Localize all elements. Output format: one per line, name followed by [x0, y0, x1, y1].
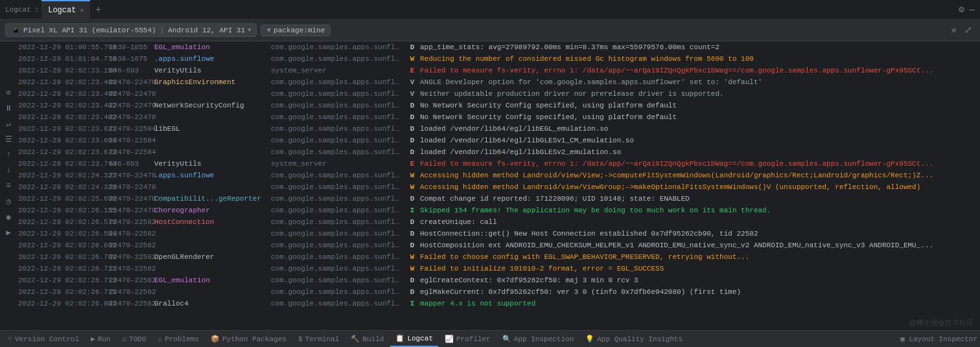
log-tag: .apps.sunflowe — [154, 172, 271, 179]
scroll-down-icon[interactable]: ↓ — [1, 163, 16, 177]
log-row[interactable]: 2022-12-29 02:02:26.715 22470-22582 com.… — [18, 286, 980, 298]
tab-bar: Logcat : Logcat ✕ + ⚙ — — [0, 0, 980, 19]
new-tab-button[interactable]: + — [90, 5, 106, 15]
log-level: D — [407, 276, 420, 284]
close-filter-icon[interactable]: ✕ — [949, 23, 959, 37]
tab-label: Terminal — [305, 335, 340, 343]
video-icon[interactable]: ▶ — [1, 225, 16, 240]
bottom-tab-version-control[interactable]: ⑂Version Control — [3, 331, 84, 347]
tab-icon: $ — [298, 335, 303, 343]
log-row[interactable]: 2022-12-29 02:02:26.699 22470-22582 com.… — [18, 240, 980, 251]
clear-logcat-icon[interactable]: ⊘ — [1, 85, 16, 100]
log-row[interactable]: 2022-12-29 01:00:55.790 1639-1855 EGL_em… — [18, 41, 980, 53]
log-message: HostComposition ext ANDROID_EMU_CHECKSUM… — [420, 241, 980, 249]
scroll-up-icon[interactable]: ↑ — [1, 148, 16, 162]
log-message: loaded /vendor/lib64/egl/libGLESv2_emula… — [420, 148, 980, 156]
logcat-tab[interactable]: Logcat ✕ — [41, 0, 90, 19]
bottom-bar-right: ▣ Layout Inspector — [900, 335, 977, 343]
log-level: D — [407, 125, 420, 133]
tab-icon: ☑ — [122, 335, 126, 343]
log-row[interactable]: 2022-12-29 02:02:24.328 22470-22470 com.… — [18, 181, 980, 193]
layout-inspector-link[interactable]: ▣ Layout Inspector — [900, 335, 977, 343]
expand-icon[interactable]: ⤢ — [962, 23, 975, 37]
log-datetime: 2022-12-29 02:02:23.402 — [18, 113, 109, 121]
log-row[interactable]: 2022-12-29 01:01:04.770 1639-1675 .apps.… — [18, 53, 980, 65]
log-package: com.google.samples.apps.sunflower — [271, 78, 407, 86]
log-row[interactable]: 2022-12-29 02:02:23.673 22470-22584 com.… — [18, 146, 980, 158]
log-package: com.google.samples.apps.sunflower — [271, 195, 407, 203]
tab-label: Run — [98, 335, 111, 343]
tab-label: Profiler — [456, 335, 491, 343]
log-row[interactable]: 2022-12-29 02:02:23.400 22470-22470 com.… — [18, 88, 980, 100]
log-level: D — [407, 102, 420, 109]
log-row[interactable]: 2022-12-29 02:02:26.155 22470-22470 Chor… — [18, 205, 980, 216]
log-row[interactable]: 2022-12-29 02:02:25.690 22470-22470 Comp… — [18, 193, 980, 205]
filter-selector[interactable]: ▼ package:mine — [261, 25, 331, 36]
device-label: Pixel XL API 31 (emulator-5554) — [23, 27, 156, 34]
log-row[interactable]: 2022-12-29 02:02:26.584 22470-22582 com.… — [18, 228, 980, 240]
tab-label: App Quality Insights — [597, 335, 682, 343]
bottom-tab-build[interactable]: 🔨Build — [345, 331, 389, 347]
log-datetime: 2022-12-29 02:02:23.400 — [18, 90, 109, 98]
log-row[interactable]: 2022-12-29 02:02:24.327 22470-22470 .app… — [18, 170, 980, 181]
toolbar: 📱 Pixel XL API 31 (emulator-5554) | Andr… — [0, 19, 980, 41]
settings-icon[interactable]: ⚙ — [959, 4, 964, 15]
log-pid: 22470-22582 — [109, 300, 154, 308]
log-row[interactable]: 2022-12-29 02:02:26.803 22470-22582 Gral… — [18, 298, 980, 309]
bottom-tab-profiler[interactable]: 📈Profiler — [439, 331, 496, 347]
bottom-tab-todo[interactable]: ☑TODO — [117, 331, 151, 347]
list-icon[interactable]: ≡ — [1, 179, 16, 193]
log-row[interactable]: 2022-12-29 02:02:23.199 546-603 VerityUt… — [18, 65, 980, 76]
log-message: Failed to measure fs-verity, errno 1: /d… — [420, 160, 980, 168]
tab-icon: 🔍 — [502, 335, 511, 343]
log-row[interactable]: 2022-12-29 02:02:26.709 22470-22582 Open… — [18, 251, 980, 263]
log-datetime: 2022-12-29 02:02:23.400 — [18, 78, 109, 86]
log-tag: Choreographer — [154, 207, 271, 214]
log-row[interactable]: 2022-12-29 02:02:23.621 22470-22584 libE… — [18, 123, 980, 135]
log-row[interactable]: 2022-12-29 02:02:26.711 22470-22582 com.… — [18, 263, 980, 274]
log-package: com.google.samples.apps.sunflower — [271, 43, 407, 51]
bottom-tab-run[interactable]: ▶Run — [86, 331, 115, 347]
log-row[interactable]: 2022-12-29 02:02:23.402 22470-22470 com.… — [18, 111, 980, 123]
wrap-lines-icon[interactable]: ↵ — [1, 117, 16, 131]
bottom-tab-app-quality-insights[interactable]: 💡App Quality Insights — [580, 331, 688, 347]
log-tag: NetworkSecurityConfig — [154, 102, 271, 109]
bottom-tab-python-packages[interactable]: 📦Python Packages — [205, 331, 292, 347]
log-level: W — [407, 265, 420, 273]
pause-icon[interactable]: ⏸ — [1, 101, 16, 115]
log-row[interactable]: 2022-12-29 02:02:23.402 22470-22470 Netw… — [18, 100, 980, 111]
log-tag: Compatibilit...geReporter — [154, 195, 271, 203]
camera-icon[interactable]: ◉ — [1, 210, 16, 224]
log-row[interactable]: 2022-12-29 02:02:26.579 22470-22582 Host… — [18, 216, 980, 228]
log-pid: 22470-22582 — [109, 218, 154, 226]
log-row[interactable]: 2022-12-29 02:02:23.664 22470-22584 com.… — [18, 135, 980, 146]
bottom-tab-app-inspection[interactable]: 🔍App Inspection — [497, 331, 579, 347]
log-pid: 22470-22470 — [109, 172, 154, 179]
history-icon[interactable]: ◷ — [1, 194, 16, 208]
log-row[interactable]: 2022-12-29 02:02:26.713 22470-22582 EGL_… — [18, 274, 980, 286]
bottom-tab-terminal[interactable]: $Terminal — [293, 331, 344, 347]
device-selector[interactable]: 📱 Pixel XL API 31 (emulator-5554) | Andr… — [5, 23, 257, 37]
log-package: com.google.samples.apps.sunflower — [271, 137, 407, 144]
log-message: HostConnection::get() New Host Connectio… — [420, 230, 980, 238]
bottom-tab-problems[interactable]: ⚠Problems — [153, 331, 204, 347]
bottom-tab-logcat[interactable]: 📋Logcat — [390, 331, 438, 347]
separator: | — [160, 27, 165, 34]
log-row[interactable]: 2022-12-29 02:02:23.743 546-603 VerityUt… — [18, 158, 980, 170]
log-tag: EGL_emulation — [154, 276, 271, 284]
log-package: com.google.samples.apps.sunflower — [271, 125, 407, 133]
log-area[interactable]: 2022-12-29 01:00:55.790 1639-1855 EGL_em… — [0, 41, 980, 330]
tab-bar-actions: ⚙ — — [959, 4, 980, 15]
log-row[interactable]: 2022-12-29 02:02:23.400 22470-22470 Grap… — [18, 76, 980, 88]
log-package: com.google.samples.apps.sunflower — [271, 172, 407, 179]
log-message: Reducing the number of considered missed… — [420, 55, 980, 63]
bottom-bar: ⑂Version Control▶Run☑TODO⚠Problems📦Pytho… — [0, 330, 980, 347]
log-message: No Network Security Config specified, us… — [420, 113, 980, 121]
log-pid: 546-603 — [109, 160, 154, 168]
log-message: ANGLE Developer option for 'com.google.s… — [420, 78, 980, 86]
minimize-icon[interactable]: — — [970, 5, 975, 15]
log-message: Neither updatable production driver nor … — [420, 90, 980, 98]
format-icon[interactable]: ☰ — [1, 132, 16, 146]
logcat-tab-close[interactable]: ✕ — [80, 6, 84, 14]
tab-icon: 🔨 — [351, 335, 360, 343]
